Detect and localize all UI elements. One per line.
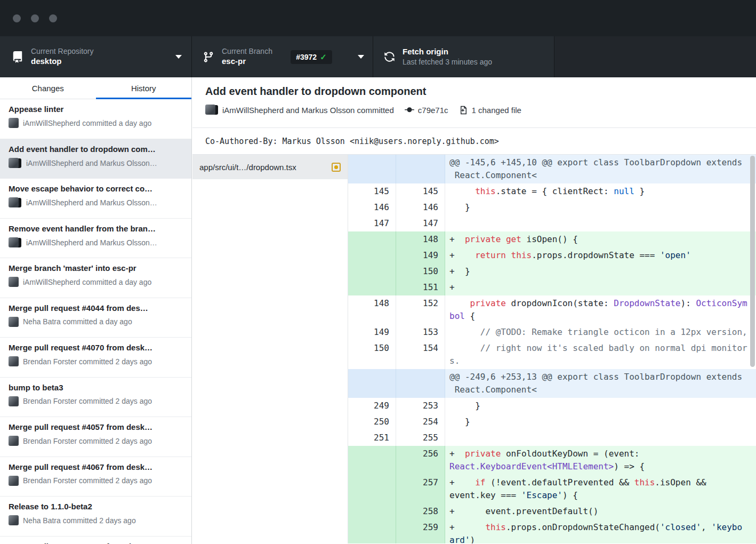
- diff-code: }: [445, 398, 756, 414]
- old-line-number: [348, 155, 396, 183]
- commit-item-meta-text: Brendan Forster committed 2 days ago: [23, 397, 152, 405]
- commit-item[interactable]: Merge pull request #4058 from d…: [0, 537, 191, 544]
- old-line-number: 147: [348, 215, 396, 231]
- avatar: [9, 277, 19, 287]
- diff-line: 146146 }: [348, 199, 756, 215]
- diff-line: 147147: [348, 215, 756, 231]
- avatar: [9, 356, 19, 366]
- new-line-number: 154: [396, 340, 445, 369]
- minimize-window-button[interactable]: [31, 14, 39, 22]
- commit-item[interactable]: Merge pull request #4070 from desk…Brend…: [0, 338, 191, 378]
- old-line-number: [348, 519, 396, 543]
- close-window-button[interactable]: [13, 14, 21, 22]
- diff-line: 256+ private onFoldoutKeyDown = (event:R…: [348, 446, 756, 475]
- commit-item[interactable]: Release to 1.1.0-beta2Neha Batra committ…: [0, 497, 191, 537]
- commit-item[interactable]: bump to beta3Brendan Forster committed 2…: [0, 378, 191, 418]
- diff-code: +: [445, 279, 756, 295]
- diff-line: 151+: [348, 279, 756, 295]
- commit-item[interactable]: Merge pull request #4067 from desk…Brend…: [0, 457, 191, 497]
- commit-item[interactable]: Merge branch 'master' into esc-priAmWill…: [0, 258, 191, 298]
- diff-line: 149153 // @TODO: Remake triangle octicon…: [348, 324, 756, 340]
- avatar: [9, 515, 19, 525]
- old-line-number: [348, 279, 396, 295]
- git-commit-icon: [405, 105, 414, 115]
- commit-item-meta-text: iAmWillShepherd and Markus Olsson…: [26, 159, 157, 167]
- commit-item-title: Remove event handler from the bran…: [9, 224, 184, 233]
- avatar: [9, 237, 22, 248]
- old-line-number: [348, 446, 396, 475]
- new-line-number: 147: [396, 215, 445, 231]
- old-line-number: 250: [348, 414, 396, 430]
- window-titlebar: [0, 0, 756, 36]
- changed-file-row[interactable]: app/src/ui/t…/dropdown.tsx: [192, 155, 348, 179]
- commit-item-meta-text: iAmWillShepherd committed a day ago: [23, 278, 151, 286]
- repo-icon: [12, 51, 23, 63]
- commit-item-meta: iAmWillShepherd and Markus Olsson…: [9, 197, 184, 208]
- diff-code: }: [445, 414, 756, 430]
- avatar: [9, 118, 19, 128]
- sidebar-tabs: Changes History: [0, 77, 191, 99]
- commit-item-meta-text: iAmWillShepherd committed a day ago: [23, 119, 151, 127]
- commit-item-title: Appease linter: [9, 105, 184, 114]
- commit-item-title: Merge pull request #4067 from desk…: [9, 462, 184, 471]
- fetch-title: Fetch origin: [403, 47, 492, 57]
- commit-item-meta-text: Brendan Forster committed 2 days ago: [23, 437, 152, 445]
- commit-item-meta: Brendan Forster committed 2 days ago: [9, 356, 184, 366]
- diff-line: 249253 }: [348, 398, 756, 414]
- file-path: app/src/ui/t…/dropdown.tsx: [199, 163, 327, 172]
- commit-item-meta: Brendan Forster committed 2 days ago: [9, 396, 184, 406]
- commit-sha: c79e71c: [418, 106, 448, 115]
- diff-code: private dropdownIcon(state: DropdownStat…: [445, 295, 756, 324]
- diff-line: 259+ this.props.onDropdownStateChanged('…: [348, 519, 756, 543]
- commit-item[interactable]: Merge pull request #4044 from des…Neha B…: [0, 298, 191, 338]
- changed-files-count: 1 changed file: [472, 106, 521, 115]
- diff-hunk-header: @@ -145,6 +145,10 @@ export class Toolba…: [348, 155, 756, 183]
- commit-item[interactable]: Merge pull request #4057 from desk…Brend…: [0, 417, 191, 457]
- diff-code: + if (!event.defaultPrevented && this.is…: [445, 475, 756, 503]
- commit-item-meta: Neha Batra committed 2 days ago: [9, 515, 184, 525]
- new-line-number: 258: [396, 503, 445, 519]
- commit-item-meta: iAmWillShepherd and Markus Olsson…: [9, 237, 184, 248]
- avatar: [9, 396, 19, 406]
- diff-code: @@ -249,6 +253,13 @@ export class Toolba…: [445, 369, 756, 398]
- commit-item-title: Add event handler to dropdown com…: [9, 145, 184, 154]
- diff-line: 251255: [348, 430, 756, 446]
- diff-line: 149+ return this.props.dropdownState ===…: [348, 247, 756, 263]
- old-line-number: [348, 475, 396, 503]
- diff-code: // right now it's scaled badly on normal…: [445, 340, 756, 369]
- diff-code: // @TODO: Remake triangle octicon in a 1…: [445, 324, 756, 340]
- commit-item-title: Merge branch 'master' into esc-pr: [9, 263, 184, 273]
- commit-list: Appease linteriAmWillShepherd committed …: [0, 99, 191, 544]
- commit-item[interactable]: Add event handler to dropdown com…iAmWil…: [0, 139, 191, 179]
- avatar: [9, 158, 22, 169]
- commit-item-meta: iAmWillShepherd committed a day ago: [9, 277, 184, 287]
- diff-scrollbar[interactable]: [750, 156, 755, 367]
- diff-line: 257+ if (!event.defaultPrevented && this…: [348, 475, 756, 503]
- diff-code: + private get isOpen() {: [445, 231, 756, 247]
- commit-item[interactable]: Appease linteriAmWillShepherd committed …: [0, 99, 191, 139]
- old-line-number: [348, 231, 396, 247]
- current-repository-button[interactable]: Current Repository desktop: [0, 36, 192, 77]
- commit-item[interactable]: Move escape behavior to correct co…iAmWi…: [0, 179, 191, 219]
- old-line-number: 150: [348, 340, 396, 369]
- toolbar: Current Repository desktop Current Branc…: [0, 36, 756, 77]
- commit-item-title: Merge pull request #4058 from d…: [9, 542, 184, 544]
- current-branch-button[interactable]: Current Branch esc-pr #3972 ✓: [192, 36, 373, 77]
- commit-item-title: Merge pull request #4044 from des…: [9, 303, 184, 313]
- old-line-number: 148: [348, 295, 396, 324]
- tab-changes[interactable]: Changes: [0, 77, 96, 99]
- diff-line: 150+ }: [348, 263, 756, 279]
- pr-number-badge: #3972 ✓: [291, 50, 332, 64]
- commit-header: Add event handler to dropdown component …: [192, 77, 756, 128]
- new-line-number: 149: [396, 247, 445, 263]
- diff-line: 258+ event.preventDefault(): [348, 503, 756, 519]
- fetch-origin-button[interactable]: Fetch origin Last fetched 3 minutes ago: [373, 36, 554, 77]
- maximize-window-button[interactable]: [49, 14, 57, 22]
- new-line-number: 152: [396, 295, 445, 324]
- tab-history[interactable]: History: [96, 77, 192, 99]
- commit-item[interactable]: Remove event handler from the bran…iAmWi…: [0, 219, 191, 259]
- changed-file-icon: [459, 106, 468, 115]
- old-line-number: 249: [348, 398, 396, 414]
- new-line-number: 257: [396, 475, 445, 503]
- old-line-number: [348, 503, 396, 519]
